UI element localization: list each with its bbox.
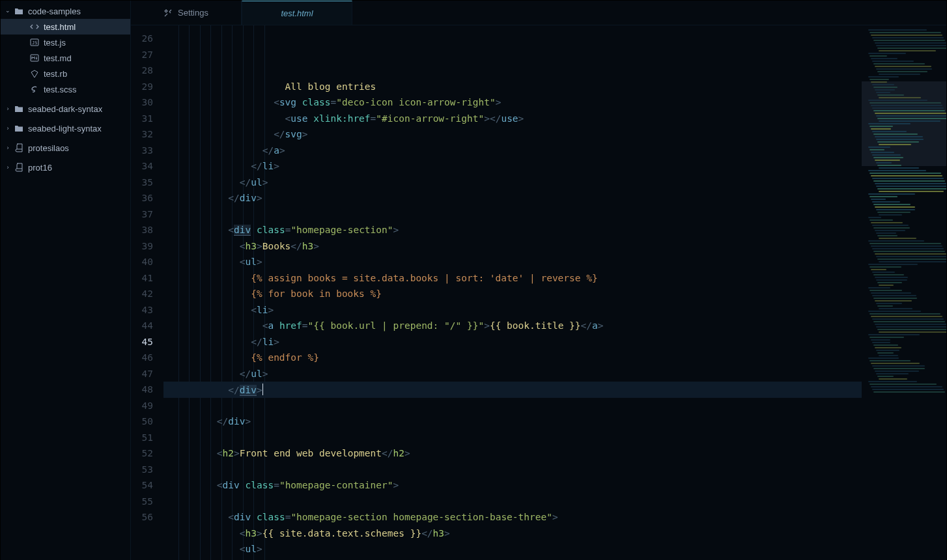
folder-seabed-dark-syntax[interactable]: seabed-dark-syntax bbox=[1, 101, 130, 117]
line-number[interactable]: 42 bbox=[131, 286, 153, 302]
folder-seabed-light-syntax[interactable]: seabed-light-syntax bbox=[1, 120, 130, 136]
line-number[interactable]: 48 bbox=[131, 382, 153, 398]
code-line[interactable] bbox=[163, 398, 862, 414]
code-line[interactable]: </li> bbox=[163, 334, 862, 350]
folder-icon bbox=[14, 6, 24, 16]
file-test-md[interactable]: test.md bbox=[1, 50, 130, 66]
line-number[interactable]: 33 bbox=[131, 143, 153, 159]
file-label: test.md bbox=[44, 53, 130, 63]
line-number[interactable]: 41 bbox=[131, 270, 153, 287]
code-line[interactable]: <svg class="deco-icon icon-arrow-right"> bbox=[163, 94, 862, 111]
line-number[interactable]: 28 bbox=[131, 63, 153, 79]
code-line[interactable]: {% assign schemes = site.data.themes | s… bbox=[163, 557, 862, 561]
line-number[interactable]: 44 bbox=[131, 318, 153, 334]
code-line[interactable]: <use xlink:href="#icon-arrow-right"></us… bbox=[163, 111, 862, 127]
code-line[interactable]: All blog entries bbox=[163, 79, 862, 95]
line-number[interactable]: 31 bbox=[131, 111, 153, 127]
code-line[interactable]: <h2>Front end web development</h2> bbox=[163, 445, 862, 462]
line-number[interactable]: 46 bbox=[131, 350, 153, 366]
file-test-js[interactable]: JStest.js bbox=[1, 35, 130, 50]
tab-bar: Settings test.html bbox=[131, 1, 946, 25]
tab-label: Settings bbox=[178, 8, 208, 18]
code-line[interactable]: <a href="{{ book.url | prepend: "/" }}">… bbox=[163, 318, 862, 334]
code-line[interactable] bbox=[163, 206, 862, 223]
line-number[interactable]: 49 bbox=[131, 398, 153, 414]
chevron-right-icon bbox=[5, 125, 11, 132]
line-number[interactable]: 30 bbox=[131, 94, 153, 111]
svg-text:JS: JS bbox=[32, 40, 37, 46]
folder-icon bbox=[14, 104, 24, 114]
line-number[interactable]: 55 bbox=[131, 494, 153, 510]
line-number[interactable]: 45 bbox=[131, 334, 153, 350]
code-line[interactable]: {% for book in books %} bbox=[163, 286, 862, 302]
folder-icon bbox=[14, 123, 24, 133]
code-line[interactable]: </a> bbox=[163, 143, 862, 159]
code-line[interactable]: {% endfor %} bbox=[163, 350, 862, 366]
folder-prot16[interactable]: prot16 bbox=[1, 160, 130, 175]
code-line[interactable]: </div> bbox=[163, 413, 862, 430]
code-line[interactable]: </ul> bbox=[163, 366, 862, 382]
rb-file-icon bbox=[29, 68, 40, 79]
file-label: test.html bbox=[44, 22, 130, 32]
line-number[interactable]: 35 bbox=[131, 175, 153, 191]
folder-protesilaos[interactable]: protesilaos bbox=[1, 140, 130, 156]
code-line[interactable] bbox=[163, 462, 862, 478]
tools-icon bbox=[163, 8, 173, 18]
chevron-down-icon bbox=[5, 8, 11, 14]
tab-test-html[interactable]: test.html bbox=[242, 1, 352, 25]
file-tree[interactable]: code-samples test.htmlJStest.jstest.mdte… bbox=[1, 1, 131, 560]
folder-label: protesilaos bbox=[28, 143, 130, 153]
code-line[interactable]: <ul> bbox=[163, 541, 862, 557]
file-test-rb[interactable]: test.rb bbox=[1, 66, 130, 81]
line-number[interactable]: 38 bbox=[131, 222, 153, 238]
code-line[interactable]: <div class="homepage-container"> bbox=[163, 477, 862, 494]
code-line[interactable]: <h3>Books</h3> bbox=[163, 238, 862, 255]
line-number[interactable]: 27 bbox=[131, 47, 153, 63]
code-line[interactable]: <div class="homepage-section homepage-se… bbox=[163, 509, 862, 525]
folder-code-samples[interactable]: code-samples bbox=[1, 3, 130, 19]
line-gutter[interactable]: 2627282930313233343536373839404142434445… bbox=[131, 25, 160, 560]
code-line[interactable]: </div> bbox=[163, 190, 862, 206]
folder-label: code-samples bbox=[28, 7, 130, 16]
line-number[interactable]: 43 bbox=[131, 302, 153, 318]
line-number[interactable]: 36 bbox=[131, 190, 153, 206]
line-number[interactable]: 50 bbox=[131, 413, 153, 430]
line-number[interactable]: 40 bbox=[131, 254, 153, 270]
line-number[interactable]: 39 bbox=[131, 238, 153, 255]
line-number[interactable]: 56 bbox=[131, 509, 153, 525]
line-number[interactable]: 32 bbox=[131, 126, 153, 143]
file-test-scss[interactable]: test.scss bbox=[1, 81, 130, 97]
code-line[interactable]: <ul> bbox=[163, 254, 862, 270]
code-line[interactable]: {% assign books = site.data.books | sort… bbox=[163, 270, 862, 287]
tab-settings[interactable]: Settings bbox=[131, 1, 242, 25]
minimap[interactable] bbox=[862, 25, 946, 560]
folder-label: seabed-dark-syntax bbox=[28, 104, 130, 114]
line-number[interactable]: 37 bbox=[131, 206, 153, 223]
line-number[interactable]: 29 bbox=[131, 79, 153, 95]
line-number[interactable]: 54 bbox=[131, 477, 153, 494]
chevron-right-icon bbox=[5, 164, 11, 171]
html-file-icon bbox=[29, 21, 40, 32]
code-line[interactable]: </ul> bbox=[163, 175, 862, 191]
code-line[interactable]: </svg> bbox=[163, 126, 862, 143]
repo-icon bbox=[14, 162, 24, 173]
code-line[interactable] bbox=[163, 494, 862, 510]
line-number[interactable]: 34 bbox=[131, 158, 153, 175]
line-number[interactable]: 53 bbox=[131, 462, 153, 478]
line-number[interactable]: 51 bbox=[131, 430, 153, 446]
code-line[interactable] bbox=[163, 430, 862, 446]
line-number[interactable]: 52 bbox=[131, 445, 153, 462]
repo-icon bbox=[14, 143, 24, 153]
file-test-html[interactable]: test.html bbox=[1, 19, 130, 35]
line-number[interactable]: 26 bbox=[131, 31, 153, 47]
code-line[interactable]: <h3>{{ site.data.text.schemes }}</h3> bbox=[163, 525, 862, 542]
tab-label: test.html bbox=[281, 8, 313, 18]
scss-file-icon bbox=[29, 84, 40, 94]
code-editor[interactable]: All blog entries <svg class="deco-icon i… bbox=[160, 25, 862, 560]
code-line[interactable]: <li> bbox=[163, 302, 862, 318]
md-file-icon bbox=[29, 53, 40, 63]
line-number[interactable]: 47 bbox=[131, 366, 153, 382]
code-line[interactable]: <div class="homepage-section"> bbox=[163, 222, 862, 238]
code-line[interactable]: </li> bbox=[163, 158, 862, 175]
code-line[interactable]: </div> bbox=[163, 382, 862, 398]
